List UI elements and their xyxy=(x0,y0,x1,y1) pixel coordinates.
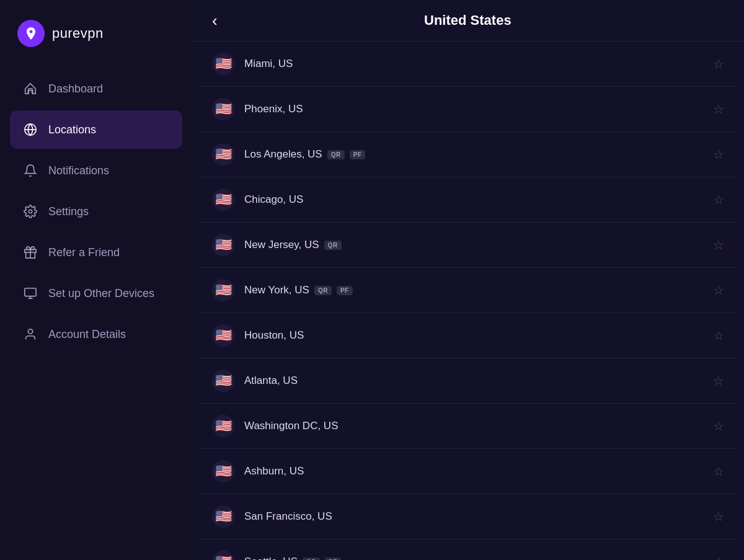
favorite-button[interactable]: ☆ xyxy=(713,328,724,343)
page-title: United States xyxy=(228,12,708,29)
favorite-button[interactable]: ☆ xyxy=(713,192,724,207)
user-icon xyxy=(22,326,38,342)
sidebar-item-label-setup: Set up Other Devices xyxy=(48,287,154,300)
location-name: Washington DC, US xyxy=(244,420,708,432)
location-badge: PF xyxy=(325,558,341,561)
favorite-button[interactable]: ☆ xyxy=(713,56,724,71)
sidebar-item-setup[interactable]: Set up Other Devices xyxy=(10,274,182,313)
flag-icon: 🇺🇸 xyxy=(212,189,234,211)
favorite-button[interactable]: ☆ xyxy=(713,147,724,162)
nav-list: Dashboard Locations Notifications Settin… xyxy=(0,69,192,560)
sidebar-item-locations[interactable]: Locations xyxy=(10,110,182,149)
favorite-button[interactable]: ☆ xyxy=(713,419,724,433)
location-badge: QR xyxy=(327,150,345,159)
bell-icon xyxy=(22,162,38,179)
flag-icon: 🇺🇸 xyxy=(212,324,234,347)
main-header: ‹ United States xyxy=(192,0,744,42)
svg-point-1 xyxy=(29,210,32,213)
logo-bold: pure xyxy=(52,25,81,41)
location-name: Ashburn, US xyxy=(244,465,708,478)
flag-icon: 🇺🇸 xyxy=(212,143,234,166)
flag-icon: 🇺🇸 xyxy=(212,53,234,75)
home-icon xyxy=(22,81,38,97)
location-item[interactable]: 🇺🇸Washington DC, US☆ xyxy=(200,404,737,449)
flag-icon: 🇺🇸 xyxy=(212,460,234,482)
sidebar-item-account[interactable]: Account Details xyxy=(10,315,182,353)
location-item[interactable]: 🇺🇸New Jersey, USQR☆ xyxy=(200,223,737,268)
favorite-button[interactable]: ☆ xyxy=(713,373,724,388)
logo-icon xyxy=(17,20,45,47)
sidebar: purevpn Dashboard Locations Notification… xyxy=(0,0,192,560)
location-item[interactable]: 🇺🇸San Francisco, US☆ xyxy=(200,494,737,540)
location-name: Houston, US xyxy=(244,329,708,342)
locations-list: 🇺🇸Miami, US☆🇺🇸Phoenix, US☆🇺🇸Los Angeles,… xyxy=(192,42,744,560)
sidebar-item-settings[interactable]: Settings xyxy=(10,192,182,231)
flag-icon: 🇺🇸 xyxy=(212,370,234,392)
location-badge: QR xyxy=(303,558,320,561)
svg-rect-4 xyxy=(25,288,36,296)
location-name: New York, USQRPF xyxy=(244,284,708,296)
location-badge: PF xyxy=(337,286,353,295)
location-item[interactable]: 🇺🇸Phoenix, US☆ xyxy=(200,87,737,132)
purevpn-logo-icon xyxy=(24,26,38,41)
sidebar-item-label-locations: Locations xyxy=(48,123,96,136)
location-item[interactable]: 🇺🇸Los Angeles, USQRPF☆ xyxy=(200,132,737,177)
location-item[interactable]: 🇺🇸Ashburn, US☆ xyxy=(200,449,737,494)
flag-icon: 🇺🇸 xyxy=(212,98,234,120)
svg-point-7 xyxy=(28,329,32,334)
location-item[interactable]: 🇺🇸Miami, US☆ xyxy=(200,42,737,87)
sidebar-item-label-refer: Refer a Friend xyxy=(48,246,120,259)
favorite-button[interactable]: ☆ xyxy=(713,554,724,560)
location-name: Phoenix, US xyxy=(244,103,708,115)
logo-light: vpn xyxy=(81,25,104,41)
location-name: Seattle, USQRPF xyxy=(244,556,708,560)
flag-icon: 🇺🇸 xyxy=(212,551,234,560)
sidebar-item-dashboard[interactable]: Dashboard xyxy=(10,69,182,108)
favorite-button[interactable]: ☆ xyxy=(713,464,724,479)
globe-icon xyxy=(22,122,38,138)
location-name: Atlanta, US xyxy=(244,375,708,387)
back-button[interactable]: ‹ xyxy=(212,12,218,29)
monitor-icon xyxy=(22,285,38,301)
main-content: ‹ United States 🇺🇸Miami, US☆🇺🇸Phoenix, U… xyxy=(192,0,744,560)
location-item[interactable]: 🇺🇸Seattle, USQRPF☆ xyxy=(200,540,737,560)
location-item[interactable]: 🇺🇸Chicago, US☆ xyxy=(200,177,737,223)
favorite-button[interactable]: ☆ xyxy=(713,238,724,252)
sidebar-item-label-account: Account Details xyxy=(48,328,126,341)
flag-icon: 🇺🇸 xyxy=(212,234,234,256)
location-badge: PF xyxy=(350,150,366,159)
location-name: Chicago, US xyxy=(244,193,708,206)
favorite-button[interactable]: ☆ xyxy=(713,509,724,524)
sidebar-item-label-dashboard: Dashboard xyxy=(48,82,103,96)
location-item[interactable]: 🇺🇸Houston, US☆ xyxy=(200,313,737,358)
location-name: San Francisco, US xyxy=(244,510,708,523)
location-badge: QR xyxy=(324,241,342,250)
sidebar-item-refer[interactable]: Refer a Friend xyxy=(10,233,182,272)
logo-text: purevpn xyxy=(52,25,104,42)
favorite-button[interactable]: ☆ xyxy=(713,102,724,117)
sidebar-item-notifications[interactable]: Notifications xyxy=(10,151,182,190)
location-name: New Jersey, USQR xyxy=(244,239,708,251)
gift-icon xyxy=(22,244,38,260)
location-badge: QR xyxy=(314,286,332,295)
sidebar-item-label-settings: Settings xyxy=(48,205,89,218)
sidebar-item-label-notifications: Notifications xyxy=(48,164,109,177)
location-name: Los Angeles, USQRPF xyxy=(244,148,708,161)
favorite-button[interactable]: ☆ xyxy=(713,283,724,298)
flag-icon: 🇺🇸 xyxy=(212,415,234,437)
location-name: Miami, US xyxy=(244,58,708,70)
flag-icon: 🇺🇸 xyxy=(212,505,234,528)
flag-icon: 🇺🇸 xyxy=(212,279,234,301)
gear-icon xyxy=(22,203,38,220)
location-item[interactable]: 🇺🇸New York, USQRPF☆ xyxy=(200,268,737,313)
logo-area: purevpn xyxy=(0,0,192,69)
location-item[interactable]: 🇺🇸Atlanta, US☆ xyxy=(200,358,737,404)
